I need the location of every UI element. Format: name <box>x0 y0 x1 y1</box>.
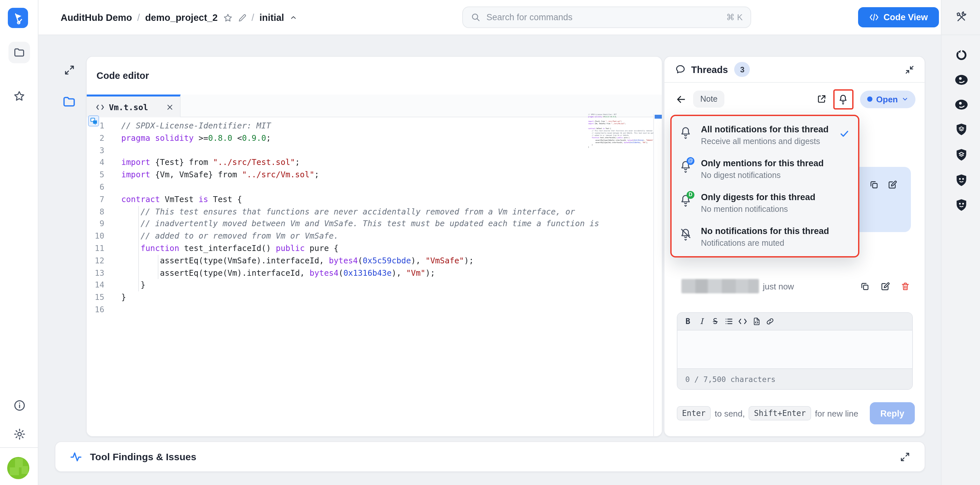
close-icon[interactable] <box>166 103 173 110</box>
code-lines: 1// SPDX-License-Identifier: MIT2pragma … <box>87 117 662 316</box>
bold-button[interactable]: B <box>682 315 693 328</box>
code-line[interactable]: 7contract VmTest is Test { <box>87 194 662 206</box>
reply-textarea[interactable] <box>678 331 912 368</box>
edit-icon[interactable] <box>880 281 890 291</box>
line-comment-indicator[interactable] <box>88 115 99 126</box>
open-external-button[interactable] <box>816 94 827 104</box>
minimap[interactable]: // SPDX-License-Identifier: MITpragma so… <box>588 113 654 205</box>
comment-timestamp: just now <box>763 281 860 291</box>
notification-option-3[interactable]: DOnly digests for this threadNo mention … <box>671 187 858 221</box>
code-view-label: Code View <box>883 13 928 22</box>
italic-button[interactable]: I <box>696 315 707 328</box>
code-line[interactable]: 16 <box>87 304 662 316</box>
rail-tool-4-shield-cube-logo[interactable] <box>942 117 980 142</box>
composer-toolbar: BIS <box>678 313 912 331</box>
option-subtitle: Notifications are muted <box>701 237 829 249</box>
breadcrumb-project[interactable]: AuditHub Demo <box>60 13 132 23</box>
strikethrough-button[interactable]: S <box>710 315 721 328</box>
editor-scrollbar[interactable] <box>653 114 662 436</box>
line-number: 4 <box>87 157 121 169</box>
notification-option-2[interactable]: @Only mentions for this threadNo digest … <box>671 153 858 187</box>
option-subtitle: No digest notifications <box>701 169 824 181</box>
notification-option-4[interactable]: No notifications for this threadNotifica… <box>671 221 858 255</box>
code-view-button[interactable]: Code View <box>858 7 939 27</box>
notification-settings-button[interactable] <box>833 89 854 109</box>
breadcrumb-repo[interactable]: demo_project_2 <box>145 13 218 23</box>
line-number: 10 <box>87 230 121 243</box>
code-line[interactable]: 4import {Test} from "../src/Test.sol"; <box>87 157 662 169</box>
rail-tool-1-swirl-logo[interactable] <box>942 42 980 67</box>
line-number: 6 <box>87 181 121 194</box>
settings-button[interactable] <box>8 423 30 445</box>
code-line[interactable]: 5import {Vm, VmSafe} from "../src/Vm.sol… <box>87 169 662 181</box>
code-line[interactable]: 8 // This test ensures that functions ar… <box>87 206 662 218</box>
folder-icon <box>13 46 25 59</box>
hint-text: for new line <box>815 409 858 418</box>
code-line[interactable]: 9 // inadvertently moved between Vm and … <box>87 218 662 231</box>
kbd-shift-enter: Shift+Enter <box>749 406 811 420</box>
rail-tool-2-orb-logo[interactable] <box>942 67 980 92</box>
command-search-input[interactable]: Search for commands ⌘ K <box>462 6 751 28</box>
threads-title: Threads <box>691 64 728 75</box>
edit-icon[interactable] <box>888 180 897 190</box>
code-line[interactable]: 1// SPDX-License-Identifier: MIT <box>87 120 662 132</box>
link-button[interactable] <box>765 315 775 328</box>
chevron-up-icon[interactable] <box>289 14 297 22</box>
file-tree-toggle-button[interactable] <box>62 94 76 109</box>
star-icon[interactable] <box>223 13 233 22</box>
file-explorer-button[interactable] <box>8 42 30 63</box>
list-button[interactable] <box>724 315 734 328</box>
thread-status-select[interactable]: Open <box>860 90 915 108</box>
line-number: 8 <box>87 206 121 218</box>
rail-tool-3-orb-logo[interactable] <box>942 92 980 117</box>
option-subtitle: No mention notifications <box>701 203 815 215</box>
back-button[interactable] <box>676 94 687 105</box>
expand-findings-button[interactable] <box>900 452 910 462</box>
copy-icon[interactable] <box>869 180 879 190</box>
file-code-button[interactable] <box>751 315 762 328</box>
search-icon <box>471 13 480 22</box>
reply-composer: BIS 0 / 7,500 characters <box>677 312 913 390</box>
tab-vm-t-sol[interactable]: Vm.t.sol <box>87 94 181 117</box>
code-line[interactable]: 6 <box>87 181 662 194</box>
user-avatar[interactable] <box>7 457 29 479</box>
code-line[interactable]: 3 <box>87 145 662 157</box>
expand-editor-button[interactable] <box>64 65 75 76</box>
comment-meta-row: just now <box>664 277 924 295</box>
threads-count-badge: 3 <box>735 62 750 77</box>
folder-icon <box>62 94 76 109</box>
threads-header: Threads 3 <box>664 57 924 83</box>
bell-mention-icon: @ <box>679 158 695 176</box>
code-line[interactable]: 10 // added to or removed from Vm or VmS… <box>87 230 662 243</box>
delete-icon[interactable] <box>900 281 910 291</box>
reply-button[interactable]: Reply <box>870 402 915 425</box>
info-button[interactable] <box>8 394 30 416</box>
tool-findings-panel[interactable]: Tool Findings & Issues <box>55 441 925 472</box>
line-number: 5 <box>87 169 121 181</box>
rail-tool-6-shield-crest-logo[interactable] <box>942 168 980 193</box>
rail-tool-7-shield-crest-logo[interactable] <box>942 193 980 218</box>
option-subtitle: Receive all mentions and digests <box>701 135 829 147</box>
edit-pencil-icon[interactable] <box>238 13 247 22</box>
code-line[interactable]: 13 assertEq(type(Vm).interfaceId, bytes4… <box>87 267 662 279</box>
notification-option-1[interactable]: All notifications for this threadReceive… <box>671 119 858 153</box>
code-line[interactable]: 2pragma solidity >=0.8.0 <0.9.0; <box>87 132 662 145</box>
composer-footer: 0 / 7,500 characters <box>678 368 912 390</box>
collapse-panel-button[interactable] <box>904 64 915 75</box>
app-logo[interactable] <box>8 8 28 28</box>
tools-button[interactable] <box>942 6 980 29</box>
line-number: 7 <box>87 194 121 206</box>
code-button[interactable] <box>737 315 748 328</box>
breadcrumb-version[interactable]: initial <box>259 13 284 23</box>
code-line[interactable]: 14 } <box>87 279 662 292</box>
scrollbar-thumb[interactable] <box>655 115 662 119</box>
code-line[interactable]: 11 function test_interfaceId() public pu… <box>87 243 662 255</box>
code-area[interactable]: 1// SPDX-License-Identifier: MIT2pragma … <box>87 117 662 436</box>
breadcrumb-separator: / <box>252 13 254 23</box>
code-line[interactable]: 15} <box>87 291 662 304</box>
rail-tool-5-shield-cube-logo[interactable] <box>942 143 980 168</box>
copy-icon[interactable] <box>860 281 870 291</box>
breadcrumb-separator: / <box>137 13 140 23</box>
code-line[interactable]: 12 assertEq(type(VmSafe).interfaceId, by… <box>87 255 662 267</box>
favorites-button[interactable] <box>8 85 30 107</box>
